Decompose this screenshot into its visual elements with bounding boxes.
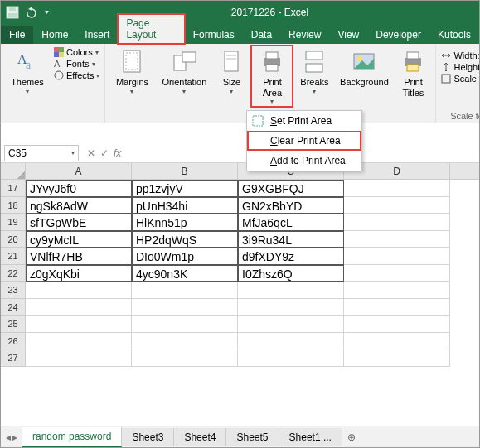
cell[interactable]: MfJa6qcL xyxy=(238,214,344,231)
cell[interactable] xyxy=(344,282,450,299)
tab-data[interactable]: Data xyxy=(243,26,280,44)
row-header[interactable]: 21 xyxy=(1,248,26,265)
cell[interactable] xyxy=(132,282,238,299)
cell[interactable]: HP2dqWqS xyxy=(132,231,238,248)
col-header[interactable]: B xyxy=(132,163,238,179)
row-header[interactable]: 25 xyxy=(1,316,26,333)
col-header[interactable]: A xyxy=(26,163,132,179)
cell[interactable]: cy9yMcIL xyxy=(26,231,132,248)
fx-icon[interactable]: fx xyxy=(114,147,121,159)
row-header[interactable]: 17 xyxy=(1,180,26,197)
worksheet-grid[interactable]: A B C D 17JYvyJ6f0pp1zvjyVG9XGBFQJ18ngSk… xyxy=(1,163,479,367)
cell[interactable] xyxy=(238,349,344,367)
cell[interactable] xyxy=(344,349,450,367)
cell[interactable] xyxy=(132,299,238,316)
cell[interactable] xyxy=(344,231,450,248)
colors-button[interactable]: Colors▾ xyxy=(54,47,99,57)
row-header[interactable]: 27 xyxy=(1,349,26,367)
size-button[interactable]: Size▾ xyxy=(215,47,248,105)
cell[interactable]: GN2xBbYD xyxy=(238,197,344,214)
effects-button[interactable]: Effects▾ xyxy=(54,70,99,80)
cell[interactable] xyxy=(26,282,132,299)
tab-kutools[interactable]: Kutools xyxy=(429,26,479,44)
menu-clear-print-area[interactable]: Clear Print Area xyxy=(247,131,361,151)
sheet-tab[interactable]: random password xyxy=(22,427,122,447)
cell[interactable] xyxy=(344,316,450,333)
cell[interactable]: HlKnn51p xyxy=(132,214,238,231)
height-control[interactable]: Height: Aut xyxy=(441,62,480,72)
cell[interactable]: sfTGpWbE xyxy=(26,214,132,231)
print-area-button[interactable]: Print Area▾ xyxy=(253,47,291,105)
fonts-button[interactable]: A Fonts▾ xyxy=(54,59,99,69)
cell[interactable]: VNlfR7HB xyxy=(26,248,132,265)
cell[interactable]: pUnH34hi xyxy=(132,197,238,214)
cell[interactable] xyxy=(344,197,450,214)
tab-file[interactable]: File xyxy=(1,26,33,44)
row-header[interactable]: 18 xyxy=(1,197,26,214)
tab-formulas[interactable]: Formulas xyxy=(185,26,243,44)
cell[interactable] xyxy=(238,282,344,299)
width-control[interactable]: Width: Aut xyxy=(441,51,480,60)
enter-icon[interactable]: ✓ xyxy=(100,147,109,159)
save-icon[interactable] xyxy=(6,6,19,19)
cell[interactable]: pp1zvjyV xyxy=(132,180,238,197)
row-header[interactable]: 23 xyxy=(1,282,26,299)
select-all-corner[interactable] xyxy=(1,163,26,179)
cell[interactable] xyxy=(132,349,238,367)
cell[interactable]: JYvyJ6f0 xyxy=(26,180,132,197)
cell[interactable]: z0gXqKbi xyxy=(26,265,132,282)
cell[interactable]: DIo0Wm1p xyxy=(132,248,238,265)
cell[interactable] xyxy=(132,316,238,333)
print-titles-button[interactable]: Print Titles xyxy=(395,47,430,105)
breaks-button[interactable]: Breaks▾ xyxy=(296,47,332,105)
cell[interactable] xyxy=(344,214,450,231)
cell[interactable] xyxy=(344,333,450,350)
background-button[interactable]: Background xyxy=(337,47,390,105)
tab-view[interactable]: View xyxy=(329,26,367,44)
cell[interactable]: d9fXDY9z xyxy=(238,248,344,265)
row-header[interactable]: 20 xyxy=(1,231,26,248)
cell[interactable] xyxy=(132,333,238,350)
cell[interactable]: 3i9Ru34L xyxy=(238,231,344,248)
themes-button[interactable]: Aa Themes ▾ xyxy=(6,47,49,95)
cell[interactable]: I0Zhsz6Q xyxy=(238,265,344,282)
undo-icon[interactable] xyxy=(24,6,37,19)
scale-control[interactable]: Scale: xyxy=(441,74,480,84)
row-header[interactable]: 22 xyxy=(1,265,26,282)
sheet-tab[interactable]: Sheet4 xyxy=(174,428,226,446)
cell[interactable] xyxy=(344,299,450,316)
cell[interactable]: G9XGBFQJ xyxy=(238,180,344,197)
row-header[interactable]: 24 xyxy=(1,299,26,316)
sheet-tab[interactable]: Sheet1 ... xyxy=(279,428,342,446)
cell[interactable] xyxy=(344,265,450,282)
cell[interactable] xyxy=(238,333,344,350)
cell[interactable] xyxy=(344,180,450,197)
cell[interactable]: 4yc90n3K xyxy=(132,265,238,282)
tab-home[interactable]: Home xyxy=(33,26,76,44)
sheet-nav-next-icon[interactable]: ▸ xyxy=(12,431,17,443)
tab-review[interactable]: Review xyxy=(280,26,329,44)
cell[interactable] xyxy=(238,316,344,333)
row-header[interactable]: 19 xyxy=(1,214,26,231)
cell[interactable]: ngSk8AdW xyxy=(26,197,132,214)
add-sheet-button[interactable]: ⊕ xyxy=(342,431,361,443)
tab-developer[interactable]: Developer xyxy=(367,26,429,44)
menu-add-print-area[interactable]: Add to Print Area xyxy=(247,151,361,171)
cell[interactable] xyxy=(238,299,344,316)
name-box[interactable]: C35 ▾ xyxy=(4,145,79,161)
row-header[interactable]: 26 xyxy=(1,333,26,350)
cell[interactable] xyxy=(26,316,132,333)
sheet-nav-prev-icon[interactable]: ◂ xyxy=(6,431,11,443)
cell[interactable] xyxy=(26,299,132,316)
tab-page-layout[interactable]: Page Layout xyxy=(118,14,184,44)
redo-dropdown-icon[interactable] xyxy=(42,6,56,19)
cell[interactable] xyxy=(26,349,132,367)
margins-button[interactable]: Margins▾ xyxy=(110,47,153,105)
cell[interactable] xyxy=(26,333,132,350)
cell[interactable] xyxy=(344,248,450,265)
menu-set-print-area[interactable]: Set Print Area xyxy=(247,111,361,131)
sheet-tab[interactable]: Sheet3 xyxy=(122,428,174,446)
chevron-down-icon[interactable]: ▾ xyxy=(71,149,75,157)
cancel-icon[interactable]: ✕ xyxy=(87,147,95,159)
tab-insert[interactable]: Insert xyxy=(76,26,118,44)
